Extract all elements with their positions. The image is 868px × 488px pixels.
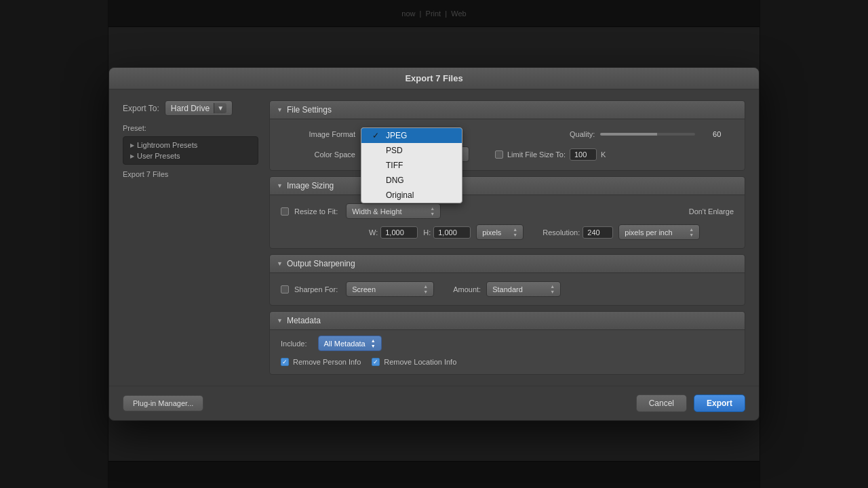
preset-item-lightroom-label: Lightroom Presets [137, 141, 197, 149]
dialog-title: Export 7 Files [405, 73, 462, 83]
limit-filesize-container: Limit File Size To: K [495, 148, 606, 161]
image-format-dropdown-container: JPEG ▼ ✓ JPEG [361, 127, 456, 141]
export-to-label: Export To: [123, 104, 159, 113]
dialog-footer: Plug-in Manager... Cancel Export [109, 386, 759, 420]
include-label: Include: [281, 340, 307, 348]
export-count: Export 7 Files [123, 170, 258, 178]
dd-check-jpeg: ✓ [372, 131, 382, 140]
file-settings-triangle: ▼ [277, 106, 283, 113]
preset-triangle-1: ▶ [130, 142, 134, 148]
pixels-value: pixels [482, 228, 501, 237]
output-sharpening-triangle: ▼ [277, 260, 283, 267]
include-stepper[interactable]: ▲ ▼ [371, 338, 376, 348]
dimensions-row: W: H: pixels ▲ ▼ [369, 222, 734, 243]
remove-person-checkbox[interactable]: ✓ [281, 358, 289, 366]
export-dialog: Export 7 Files Export To: Hard Drive ▼ P… [108, 67, 760, 421]
output-sharpening-panel: ▼ Output Sharpening Sharpen For: Screen … [269, 254, 745, 306]
resize-stepper[interactable]: ▲ ▼ [430, 206, 435, 216]
height-input[interactable] [433, 226, 471, 239]
color-space-label: Color Space [281, 150, 355, 159]
export-to-value: Hard Drive [171, 104, 210, 113]
resize-stepper-up[interactable]: ▲ [430, 206, 435, 211]
resolution-label: Resolution: [542, 228, 580, 237]
resize-stepper-down[interactable]: ▼ [430, 211, 435, 216]
image-format-label: Image Format [281, 130, 355, 138]
dialog-body: Export To: Hard Drive ▼ Preset: ▶ Lightr… [109, 89, 759, 386]
sharpen-for-stepper[interactable]: ▲ ▼ [423, 284, 428, 294]
sharpen-for-dropdown[interactable]: Screen ▲ ▼ [346, 281, 434, 297]
dd-item-original[interactable]: Original [361, 188, 462, 203]
resolution-unit-stepper[interactable]: ▲ ▼ [689, 227, 694, 237]
amount-dropdown[interactable]: Standard ▲ ▼ [486, 281, 561, 297]
dd-item-dng[interactable]: DNG [361, 173, 462, 188]
width-input[interactable] [380, 226, 418, 239]
export-to-dropdown[interactable]: Hard Drive ▼ [165, 100, 233, 116]
resize-label: Resize to Fit: [294, 207, 338, 216]
quality-slider[interactable] [600, 133, 695, 136]
color-space-row: Color Space sRGB ▲ ▼ Limit File Siz [281, 144, 734, 165]
height-field: H: [423, 226, 471, 239]
remove-person-label: Remove Person Info [293, 358, 361, 366]
preset-section: ▶ Lightroom Presets ▶ User Presets [123, 136, 258, 165]
amount-stepper[interactable]: ▲ ▼ [550, 284, 555, 294]
amount-label: Amount: [453, 285, 481, 293]
include-dropdown[interactable]: All Metadata ▲ ▼ [318, 336, 382, 351]
image-format-dropdown-open: ✓ JPEG PSD TIFF [361, 127, 462, 203]
pixels-dropdown[interactable]: pixels ▲ ▼ [476, 224, 524, 240]
dd-item-jpeg[interactable]: ✓ JPEG [361, 128, 462, 143]
preset-triangle-2: ▶ [130, 153, 134, 159]
metadata-checkboxes: ✓ Remove Person Info ✓ Remove Location I… [281, 355, 734, 369]
image-sizing-label: Image Sizing [287, 181, 334, 190]
dd-item-psd[interactable]: PSD [361, 143, 462, 158]
pixels-stepper[interactable]: ▲ ▼ [513, 227, 517, 237]
preset-item-user-label: User Presets [137, 152, 180, 160]
sharpen-for-label: Sharpen For: [294, 285, 338, 293]
preset-item-lightroom[interactable]: ▶ Lightroom Presets [126, 140, 255, 150]
preset-item-user[interactable]: ▶ User Presets [126, 150, 255, 161]
modal-overlay: Export 7 Files Export To: Hard Drive ▼ P… [0, 0, 868, 488]
export-to-arrow[interactable]: ▼ [214, 103, 226, 113]
height-label: H: [423, 228, 431, 237]
limit-filesize-label: Limit File Size To: [507, 150, 566, 159]
output-sharpening-body: Sharpen For: Screen ▲ ▼ Amount: Standar [270, 273, 745, 305]
output-sharpening-header: ▼ Output Sharpening [270, 255, 745, 273]
cancel-button[interactable]: Cancel [636, 394, 687, 412]
dd-item-tiff[interactable]: TIFF [361, 158, 462, 173]
plugin-manager-button[interactable]: Plug-in Manager... [123, 395, 203, 411]
quality-value: 60 [701, 130, 721, 138]
preset-label: Preset: [123, 124, 258, 132]
metadata-header: ▼ Metadata [270, 312, 745, 330]
quality-label: Quality: [570, 130, 595, 138]
file-settings-label: File Settings [287, 105, 332, 115]
width-label: W: [369, 228, 378, 237]
image-sizing-header: ▼ Image Sizing [270, 177, 745, 195]
include-value: All Metadata [324, 340, 366, 348]
image-sizing-panel: ▼ Image Sizing Resize to Fit: Width & He… [269, 176, 745, 249]
metadata-label: Metadata [287, 316, 321, 325]
remove-location-checkbox[interactable]: ✓ [372, 358, 380, 366]
metadata-panel: ▼ Metadata Include: All Metadata ▲ ▼ [269, 311, 745, 375]
remove-location-label: Remove Location Info [384, 358, 456, 366]
image-sizing-body: Resize to Fit: Width & Height ▲ ▼ Don't … [270, 195, 745, 248]
width-field: W: [369, 226, 418, 239]
remove-location-container: ✓ Remove Location Info [372, 358, 456, 366]
metadata-triangle: ▼ [277, 317, 283, 324]
resize-row: Resize to Fit: Width & Height ▲ ▼ Don't … [281, 201, 734, 222]
dialog-titlebar: Export 7 Files [109, 68, 759, 89]
export-button[interactable]: Export [694, 394, 745, 412]
footer-left: Plug-in Manager... [123, 395, 629, 411]
resolution-field: Resolution: [542, 226, 613, 239]
resize-checkbox[interactable] [281, 207, 289, 216]
resolution-unit-value: pixels per inch [625, 228, 672, 237]
sharpen-checkbox[interactable] [281, 285, 289, 293]
resolution-unit-dropdown[interactable]: pixels per inch ▲ ▼ [618, 224, 700, 240]
sharpen-row: Sharpen For: Screen ▲ ▼ Amount: Standar [281, 279, 734, 300]
limit-filesize-unit: K [601, 150, 606, 159]
limit-filesize-checkbox[interactable] [495, 150, 503, 159]
resize-value: Width & Height [352, 207, 401, 216]
dialog-right-panel: ▼ File Settings Image Format JPEG ▼ [269, 100, 745, 375]
resize-dropdown[interactable]: Width & Height ▲ ▼ [346, 203, 441, 219]
file-settings-body: Image Format JPEG ▼ ✓ [270, 119, 745, 170]
resolution-input[interactable] [583, 226, 613, 239]
limit-filesize-input[interactable] [570, 148, 597, 161]
